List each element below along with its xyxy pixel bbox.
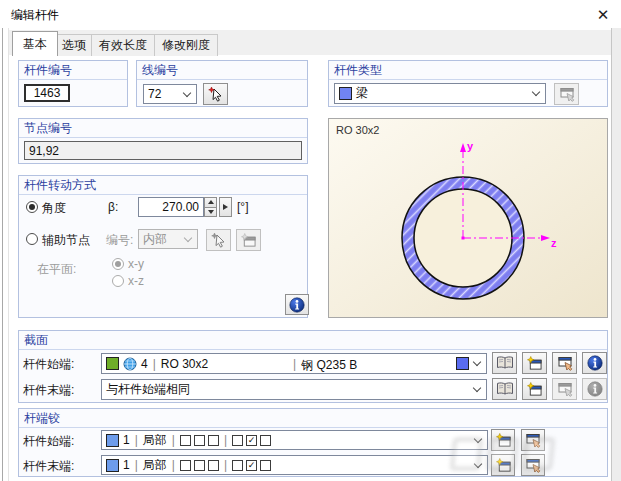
new-window-icon — [527, 356, 542, 371]
tab-basic[interactable]: 基本 — [12, 31, 58, 56]
chevron-down-icon — [473, 359, 482, 368]
separator: | — [292, 357, 297, 374]
group-line-number-title: 线编号 — [137, 61, 307, 80]
hinge-end-dropdown[interactable]: 1 | 局部 | | ✓ — [101, 455, 488, 475]
hinge-end-new-button[interactable] — [491, 454, 515, 476]
edit-window-icon — [525, 432, 541, 448]
member-type-dropdown[interactable]: 梁 — [334, 83, 546, 104]
spin-up-icon[interactable] — [204, 197, 217, 208]
group-member-hinges-title: 杆端铰 — [19, 409, 607, 428]
section-material: 钢 Q235 B — [301, 357, 357, 374]
chevron-down-icon — [184, 235, 193, 244]
plane-xy-label: x-y — [128, 257, 144, 271]
new-helper-node-button — [236, 229, 261, 251]
separator: | — [223, 433, 228, 447]
pick-cursor-icon — [208, 86, 224, 102]
material-color-swatch — [456, 357, 469, 370]
chevron-down-icon — [474, 436, 483, 445]
tab-options[interactable]: 选项 — [56, 34, 92, 56]
checkbox-ux — [180, 460, 191, 471]
window-right-gutter — [612, 28, 621, 481]
group-cross-section: 截面 杆件始端: 4 | RO 30x2 | 钢 Q235 B 杆件末端: 与杆… — [18, 330, 608, 403]
beta-spinner[interactable] — [204, 197, 217, 217]
section-end-library-button[interactable] — [492, 378, 517, 400]
section-name-label: RO 30x2 — [336, 124, 379, 136]
angle-radio[interactable] — [26, 201, 38, 213]
separator: | — [171, 433, 176, 447]
beta-label: β: — [108, 200, 118, 214]
edit-window-icon — [557, 355, 573, 371]
hinge-start-translation-boxes — [180, 435, 219, 446]
hinge-start-edit-button[interactable] — [521, 429, 545, 451]
group-member-type: 杆件类型 梁 — [328, 60, 608, 107]
pick-line-button[interactable] — [203, 83, 228, 105]
library-book-icon — [496, 382, 514, 396]
edit-window-icon — [557, 381, 573, 397]
dialog-title: 编辑杆件 — [11, 7, 59, 24]
rotation-info-button[interactable] — [285, 294, 309, 315]
beta-unit-label: [°] — [237, 200, 248, 214]
helper-node-value: 内部 — [143, 231, 167, 248]
group-node-numbers: 节点编号 91,92 — [18, 118, 308, 164]
hinge-color-swatch — [106, 434, 119, 447]
pick-cursor-icon — [211, 232, 227, 248]
group-node-numbers-title: 节点编号 — [19, 119, 307, 138]
tab-bar: 基本 选项 有效长度 修改刚度 — [9, 30, 611, 55]
helper-node-radio[interactable] — [26, 233, 38, 245]
tab-modify-stiffness[interactable]: 修改刚度 — [154, 34, 218, 56]
window-left-border-inner — [8, 28, 9, 481]
section-start-name: RO 30x2 — [161, 357, 208, 371]
section-start-info-button[interactable] — [582, 352, 607, 374]
separator: | — [134, 433, 139, 447]
axis-y-label: y — [467, 140, 474, 152]
group-cross-section-title: 截面 — [19, 331, 607, 350]
new-window-icon — [527, 382, 542, 397]
checkbox-phiy-checked: ✓ — [246, 460, 257, 471]
hinge-end-edit-button[interactable] — [521, 454, 545, 476]
section-end-new-button[interactable] — [522, 378, 547, 400]
hinge-start-dropdown[interactable]: 1 | 局部 | | ✓ — [101, 430, 488, 450]
globe-icon — [123, 357, 137, 371]
line-number-dropdown[interactable]: 72 — [143, 84, 197, 104]
section-start-label: 杆件始端: — [23, 356, 74, 373]
angle-label: 角度 — [42, 200, 66, 217]
section-start-dropdown[interactable]: 4 | RO 30x2 | 钢 Q235 B — [101, 353, 487, 374]
section-end-label: 杆件末端: — [23, 382, 74, 399]
info-icon — [289, 297, 305, 313]
section-start-library-button[interactable] — [492, 352, 517, 374]
library-book-icon — [496, 356, 514, 370]
helper-node-label: 辅助节点 — [42, 232, 90, 249]
new-window-icon — [496, 458, 511, 473]
new-window-icon — [496, 433, 511, 448]
info-icon — [587, 355, 603, 371]
chevron-down-icon — [532, 89, 541, 98]
checkbox-phix — [232, 460, 243, 471]
hinge-end-system: 局部 — [143, 457, 167, 474]
plane-xz-label: x-z — [128, 274, 144, 288]
group-member-type-title: 杆件类型 — [329, 61, 607, 80]
hinge-start-rotation-boxes: ✓ — [232, 435, 271, 446]
hinge-color-swatch — [106, 459, 119, 472]
section-start-number: 4 — [141, 357, 148, 371]
checkbox-uy — [194, 460, 205, 471]
hinge-start-new-button[interactable] — [491, 429, 515, 451]
section-material-wrap: | 钢 Q235 B — [292, 357, 357, 374]
title-bar: 编辑杆件 ✕ — [0, 0, 621, 28]
section-start-new-button[interactable] — [522, 352, 547, 374]
tab-effective-length[interactable]: 有效长度 — [91, 34, 155, 56]
section-start-edit-button[interactable] — [552, 352, 577, 374]
checkbox-phiz — [260, 460, 271, 471]
helper-number-label: 编号: — [106, 232, 133, 249]
separator: | — [223, 458, 228, 472]
edit-member-type-button — [554, 83, 579, 105]
beta-expand-button[interactable] — [219, 197, 232, 217]
checkbox-phiz — [260, 435, 271, 446]
section-color-swatch — [106, 357, 119, 370]
close-icon[interactable]: ✕ — [590, 3, 616, 27]
beta-input[interactable]: 270.00 — [138, 197, 204, 217]
separator: | — [134, 458, 139, 472]
checkbox-uz — [208, 460, 219, 471]
section-end-dropdown[interactable]: 与杆件始端相同 — [101, 379, 487, 400]
hinge-end-translation-boxes — [180, 460, 219, 471]
spin-down-icon[interactable] — [204, 208, 217, 218]
